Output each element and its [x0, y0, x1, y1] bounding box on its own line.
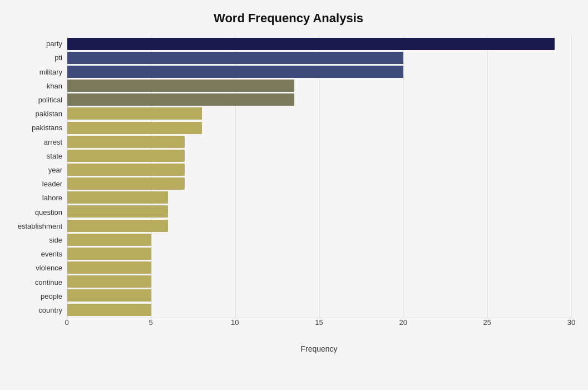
bar-row-leader — [67, 177, 571, 191]
bar-row-question — [67, 205, 571, 219]
bar-events — [67, 248, 151, 260]
bar-side — [67, 234, 151, 246]
bar-row-continue — [67, 275, 571, 289]
bar-row-pti — [67, 51, 571, 65]
y-label-question: question — [35, 205, 62, 219]
y-label-events: events — [41, 247, 62, 261]
chart-container: Word Frequency Analysis partyptimilitary… — [0, 0, 588, 390]
bar-row-side — [67, 233, 571, 246]
bar-row-khan — [67, 78, 571, 92]
bar-row-year — [67, 162, 571, 176]
chart-title: Word Frequency Analysis — [6, 11, 571, 26]
y-label-year: year — [48, 163, 62, 177]
bar-row-pakistan — [67, 107, 571, 121]
y-label-establishment: establishment — [18, 219, 62, 233]
y-label-political: political — [38, 93, 62, 107]
y-label-arrest: arrest — [44, 135, 62, 149]
x-tick-5: 5 — [149, 318, 153, 327]
bar-row-political — [67, 93, 571, 107]
y-label-khan: khan — [47, 79, 62, 93]
bar-row-violence — [67, 261, 571, 275]
bar-arrest — [67, 136, 185, 148]
y-label-pakistans: pakistans — [32, 121, 62, 135]
y-label-country: country — [38, 303, 62, 317]
x-tick-30: 30 — [567, 318, 575, 327]
y-label-people: people — [41, 289, 62, 303]
bar-row-events — [67, 246, 571, 260]
grid-line-30 — [571, 36, 572, 318]
x-tick-0: 0 — [65, 318, 68, 327]
bar-year — [67, 164, 185, 176]
x-axis-label: Frequency — [67, 344, 571, 353]
bar-establishment — [67, 220, 168, 232]
x-axis: 051015202530 Frequency — [6, 318, 571, 353]
x-tick-10: 10 — [231, 318, 239, 327]
bar-khan — [67, 80, 294, 92]
y-axis-labels: partyptimilitarykhanpoliticalpakistanpak… — [6, 36, 67, 318]
y-label-lahore: lahore — [42, 191, 62, 205]
bar-row-state — [67, 149, 571, 162]
bar-political — [67, 93, 294, 106]
y-label-side: side — [49, 233, 62, 247]
bar-row-establishment — [67, 219, 571, 233]
y-label-continue: continue — [35, 275, 62, 289]
bar-continue — [67, 275, 151, 288]
bar-pakistans — [67, 122, 202, 134]
y-label-violence: violence — [36, 261, 62, 275]
bar-violence — [67, 261, 151, 274]
y-label-military: military — [39, 65, 62, 78]
y-label-pti: pti — [55, 51, 62, 65]
bar-row-country — [67, 303, 571, 317]
y-label-party: party — [46, 37, 62, 51]
bar-lahore — [67, 191, 168, 204]
bar-country — [67, 304, 151, 316]
bar-pti — [67, 52, 403, 64]
bar-row-lahore — [67, 191, 571, 205]
bar-state — [67, 150, 185, 162]
bar-row-military — [67, 65, 571, 78]
bar-party — [67, 38, 555, 50]
bar-row-party — [67, 37, 571, 51]
bar-military — [67, 66, 403, 78]
x-tick-20: 20 — [399, 318, 407, 327]
bar-question — [67, 205, 168, 218]
y-label-state: state — [47, 149, 62, 163]
bar-pakistan — [67, 107, 202, 120]
y-label-leader: leader — [42, 177, 62, 191]
x-tick-25: 25 — [483, 318, 491, 327]
y-label-pakistan: pakistan — [36, 107, 62, 121]
x-tick-15: 15 — [315, 318, 323, 327]
bar-row-arrest — [67, 135, 571, 149]
plot-area — [67, 36, 571, 318]
bar-row-people — [67, 289, 571, 303]
bar-leader — [67, 177, 185, 190]
bar-people — [67, 289, 151, 302]
bar-row-pakistans — [67, 121, 571, 135]
